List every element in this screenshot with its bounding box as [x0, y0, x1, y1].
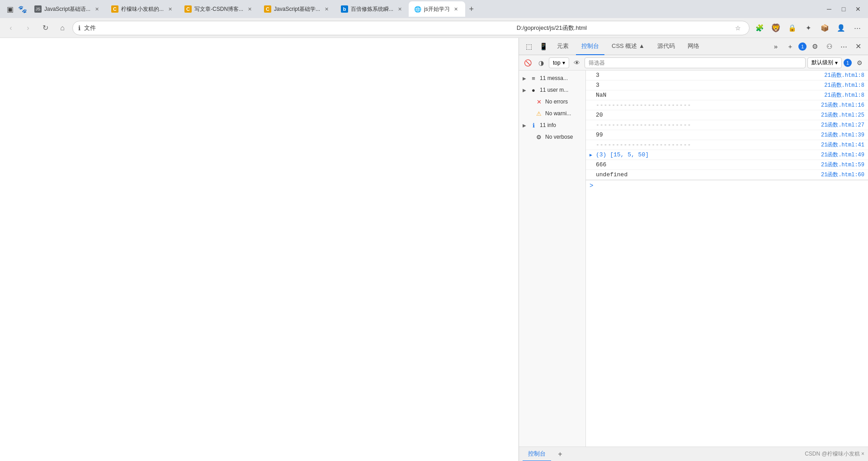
browser-tab-6[interactable]: 🌐 js开始学习 ✕	[409, 1, 465, 17]
tab-close-4[interactable]: ✕	[323, 5, 330, 13]
home-button[interactable]: ⌂	[55, 21, 70, 35]
favorites-icon[interactable]: 🐾	[16, 3, 29, 15]
console-eye-icon[interactable]: 👁	[571, 57, 583, 69]
console-link[interactable]: 21函数.html:27	[821, 121, 864, 129]
sidebar-messages-icon: ≡	[530, 75, 537, 82]
console-filter-input[interactable]	[585, 57, 806, 68]
browser-tab-2[interactable]: C 柠檬味小发糕的... ✕	[106, 1, 179, 17]
console-link[interactable]: 21函数.html:49	[821, 151, 864, 159]
expand-array-icon[interactable]: ▶	[590, 152, 596, 158]
devtools-tab-console[interactable]: 控制台	[576, 38, 604, 55]
devtools-tab-elements[interactable]: 元素	[552, 38, 574, 55]
console-theme-icon[interactable]: ◑	[535, 57, 547, 69]
console-link[interactable]: 21函数.html:8	[824, 71, 864, 79]
browser-window-controls: ─ □ ✕	[823, 3, 864, 15]
console-link[interactable]: 21函数.html:41	[821, 141, 864, 149]
devtools-tab-sources[interactable]: 源代码	[652, 38, 680, 55]
nav-right-actions: 🧩 🦁 🔒 ✦ 📦 👤 ⋯	[752, 21, 864, 35]
tab-close-2[interactable]: ✕	[166, 5, 174, 13]
console-input-row: >	[586, 180, 868, 191]
tab-close-1[interactable]: ✕	[93, 5, 100, 13]
log-level-selector[interactable]: 默认级别 ▾	[807, 57, 842, 68]
devtools-close-icon[interactable]: ✕	[852, 40, 864, 53]
console-settings-icon[interactable]: ⚙	[854, 57, 865, 69]
console-value: 20	[596, 112, 821, 118]
browser-tab-5[interactable]: b 百倍修炼系统瞬... ✕	[335, 1, 409, 17]
profile-icon[interactable]: 👤	[834, 21, 848, 35]
address-bar[interactable]: ℹ 文件 D:/goproject/js/21函数.html ☆	[72, 21, 750, 35]
tab-close-5[interactable]: ✕	[396, 5, 403, 13]
minimize-button[interactable]: ─	[823, 3, 835, 15]
devtools-inspect-icon[interactable]: ⬚	[523, 40, 535, 53]
wallet-icon[interactable]: 🔒	[785, 21, 799, 35]
dropdown-arrow-icon: ▾	[562, 60, 565, 66]
devtools-badge: 1	[798, 42, 807, 51]
console-value: 3	[596, 82, 824, 89]
browser-tab-1[interactable]: JS JavaScript基础语... ✕	[29, 1, 106, 17]
console-link[interactable]: 21函数.html:59	[821, 161, 864, 169]
devtools-device-icon[interactable]: 📱	[537, 40, 550, 53]
devtools-ellipsis-icon[interactable]: ⋯	[837, 40, 850, 53]
console-input[interactable]	[596, 183, 864, 189]
nav-bar: ‹ › ↻ ⌂ ℹ 文件 D:/goproject/js/21函数.html ☆…	[0, 18, 868, 38]
maximize-button[interactable]: □	[837, 3, 850, 15]
close-window-button[interactable]: ✕	[852, 3, 864, 15]
refresh-button[interactable]: ↻	[38, 21, 52, 35]
console-link[interactable]: 21函数.html:25	[821, 111, 864, 119]
sidebar-arrow-messages: ▶	[523, 76, 527, 81]
devtools-tab-css[interactable]: CSS 概述 ▲	[606, 38, 650, 55]
console-row: NaN 21函数.html:8	[586, 90, 868, 100]
console-bottom-tab[interactable]: 控制台	[523, 447, 551, 461]
browser-tab-4[interactable]: C JavaScript基础学... ✕	[259, 1, 335, 17]
context-selector[interactable]: top ▾	[549, 57, 569, 68]
settings-menu-icon[interactable]: ⋯	[850, 21, 864, 35]
console-link[interactable]: 21函数.html:60	[821, 171, 864, 179]
tab-title-5: 百倍修炼系统瞬...	[351, 5, 393, 13]
console-link[interactable]: 21函数.html:8	[824, 81, 864, 89]
tab-favicon-1: JS	[34, 5, 42, 13]
sidebar-item-errors[interactable]: ✕ No errors	[519, 96, 585, 108]
console-row: 3 21函数.html:8	[586, 80, 868, 90]
console-ban-icon[interactable]: 🚫	[522, 57, 533, 69]
console-row: 666 21函数.html:59	[586, 160, 868, 170]
devtools-settings-icon[interactable]: ⚙	[808, 40, 821, 53]
sidebar-error-icon: ✕	[535, 98, 542, 105]
sidebar-item-verbose[interactable]: ⚙ No verbose	[519, 131, 585, 143]
console-link[interactable]: 21函数.html:16	[821, 101, 864, 109]
page-content	[0, 38, 519, 461]
tab-close-3[interactable]: ✕	[246, 5, 253, 13]
console-link[interactable]: 21函数.html:8	[824, 91, 864, 99]
console-add-tab-icon[interactable]: +	[555, 449, 566, 460]
tab-close-6[interactable]: ✕	[453, 5, 460, 13]
address-star-icon[interactable]: ☆	[733, 23, 744, 33]
sidebar-item-warnings[interactable]: ⚠ No warni...	[519, 108, 585, 119]
address-protocol: 文件	[84, 24, 297, 32]
sidebar-info-icon: ℹ	[530, 122, 537, 129]
devtools-tab-network[interactable]: 网络	[682, 38, 705, 55]
console-row: 3 21函数.html:8	[586, 71, 868, 80]
browser-tab-3[interactable]: C 写文章-CSDN博客... ✕	[179, 1, 259, 17]
favorites-icon[interactable]: ✦	[801, 21, 816, 35]
devtools-body: ▶ ≡ 11 messa... ▶ ● 11 user m... ✕ N	[519, 71, 868, 447]
console-link[interactable]: 21函数.html:39	[821, 131, 864, 139]
sidebar-item-info[interactable]: ▶ ℹ 11 info	[519, 119, 585, 131]
sidebar-item-user[interactable]: ▶ ● 11 user m...	[519, 84, 585, 96]
console-value: 99	[596, 132, 821, 138]
browser-logo-icon[interactable]: 🦁	[769, 21, 783, 35]
sidebar-item-messages[interactable]: ▶ ≡ 11 messa...	[519, 72, 585, 84]
devtools-share-icon[interactable]: ⚇	[823, 40, 835, 53]
collections-icon[interactable]: 📦	[817, 21, 832, 35]
devtools-add-tab-icon[interactable]: +	[784, 40, 797, 53]
new-tab-button[interactable]: +	[465, 3, 478, 15]
console-value: 666	[596, 161, 821, 168]
back-button[interactable]: ‹	[4, 21, 18, 35]
forward-button[interactable]: ›	[21, 21, 35, 35]
console-prompt-icon: >	[590, 182, 593, 189]
console-row: ▶ (3) [15, 5, 50] 21函数.html:49	[586, 150, 868, 160]
console-msg-badge: 1	[844, 59, 852, 67]
extensions-icon[interactable]: 🧩	[752, 21, 767, 35]
console-row: ------------------------ 21函数.html:41	[586, 140, 868, 150]
devtools-more-tabs-icon[interactable]: »	[769, 40, 782, 53]
sidebar-toggle-icon[interactable]: ▣	[4, 3, 16, 15]
address-url[interactable]: D:/goproject/js/21函数.html	[517, 24, 729, 32]
